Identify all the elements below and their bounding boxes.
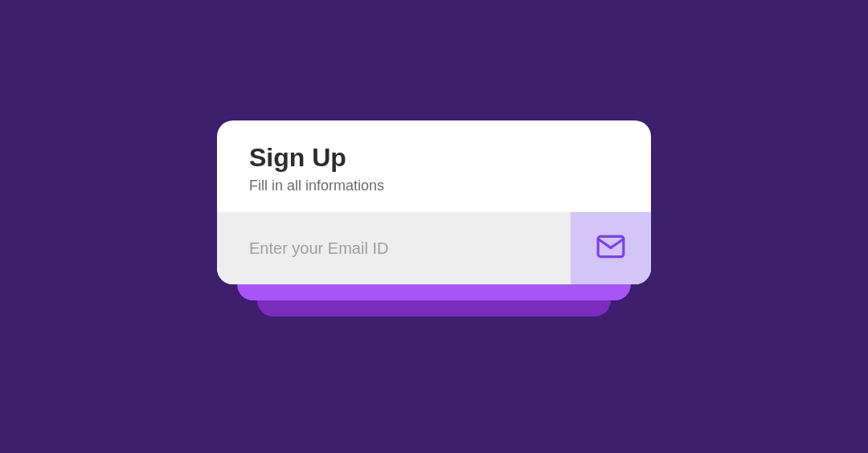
email-input-row [217, 212, 651, 284]
signup-title: Sign Up [249, 143, 619, 173]
envelope-icon [596, 231, 626, 265]
email-input[interactable] [217, 212, 571, 284]
signup-subtitle: Fill in all informations [249, 178, 619, 194]
email-submit-button[interactable] [571, 212, 651, 284]
card-header: Sign Up Fill in all informations [217, 120, 651, 212]
signup-card: Sign Up Fill in all informations [217, 120, 651, 284]
signup-card-stack: Sign Up Fill in all informations [217, 120, 651, 284]
